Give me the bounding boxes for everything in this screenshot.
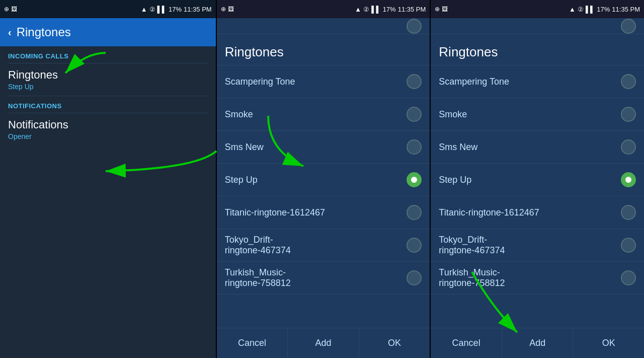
notifications-section-header: NOTIFICATIONS xyxy=(0,96,216,113)
radio-btn-partial-3[interactable] xyxy=(621,19,636,34)
ringtone-3-name-5: Titanic-ringtone-1612467 xyxy=(439,207,539,218)
radio-btn-3[interactable] xyxy=(407,139,422,155)
usb-icon-3: ⊕ xyxy=(435,6,440,13)
radio-btn-5[interactable] xyxy=(407,205,422,220)
ok-button-3[interactable]: OK xyxy=(573,328,644,358)
ringtone-3-name-7: Turkish_Music-ringtone-758812 xyxy=(439,267,505,289)
ringtone-name-1: Scampering Tone xyxy=(225,77,295,87)
ringtones-setting-item[interactable]: Ringtones Step Up xyxy=(0,63,216,96)
incoming-calls-section-header: INCOMING CALLS xyxy=(0,46,216,63)
notifications-setting-item[interactable]: Notifications Opener xyxy=(0,113,216,146)
ringtone-3-name-1: Scampering Tone xyxy=(439,77,509,87)
ringtones-item-title: Ringtones xyxy=(8,68,208,82)
radio-btn-partial[interactable] xyxy=(407,19,422,34)
ringtones-header: ‹ Ringtones xyxy=(0,18,216,46)
ok-button-2[interactable]: OK xyxy=(359,328,430,358)
list-item[interactable]: Turkish_Music-ringtone-758812 xyxy=(217,262,430,295)
notifications-item-subtitle: Opener xyxy=(8,132,208,140)
list-item[interactable]: Step Up xyxy=(217,164,430,196)
status-bar-3: ⊕ 🖼 ▲ ② ▌▌ 17% 11:35 PM xyxy=(431,0,644,18)
radio-btn-1[interactable] xyxy=(407,74,422,89)
ringtone-panel-3-header: Ringtones xyxy=(431,34,644,65)
wifi-icon-2: ▲ xyxy=(355,6,361,13)
status-left-3: ⊕ 🖼 xyxy=(435,6,448,13)
wifi-icon: ▲ xyxy=(141,6,147,13)
list-item[interactable]: Step Up xyxy=(431,164,644,196)
usb-icon-2: ⊕ xyxy=(221,6,226,13)
list-item[interactable]: Scampering Tone xyxy=(217,65,430,98)
status-left-2: ⊕ 🖼 xyxy=(221,6,234,13)
list-item[interactable]: Tokyo_Drift-ringtone-467374 xyxy=(217,229,430,262)
screenshot-icon-2: 🖼 xyxy=(228,6,234,13)
list-item[interactable]: Scampering Tone xyxy=(431,65,644,98)
list-item[interactable]: Turkish_Music-ringtone-758812 xyxy=(431,262,644,295)
page-title: Ringtones xyxy=(17,25,71,39)
ringtone-list-2: Scampering Tone Smoke Sms New Step Up Ti… xyxy=(217,65,430,328)
ringtone-footer-3: Cancel Add OK xyxy=(431,328,644,358)
ringtone-3-name-6: Tokyo_Drift-ringtone-467374 xyxy=(439,235,505,256)
status-bar-2: ⊕ 🖼 ▲ ② ▌▌ 17% 11:35 PM xyxy=(217,0,430,18)
ringtone-name-3: Sms New xyxy=(225,142,264,153)
ringtone-panel-2-header: Ringtones xyxy=(217,34,430,65)
add-button-3[interactable]: Add xyxy=(502,328,574,358)
settings-panel: ⊕ 🖼 ▲ ② ▌▌ 17% 11:35 PM ‹ Ringtones INCO… xyxy=(0,0,216,358)
radio-btn-4-selected[interactable] xyxy=(407,172,422,187)
radio-btn-6[interactable] xyxy=(407,238,422,253)
radio-3-btn-7[interactable] xyxy=(621,270,636,285)
cancel-button-3[interactable]: Cancel xyxy=(431,328,502,358)
radio-3-btn-5[interactable] xyxy=(621,205,636,220)
battery-text-2: 17% xyxy=(383,6,396,13)
ringtone-name-4: Step Up xyxy=(225,175,258,185)
status-left-1: ⊕ 🖼 xyxy=(4,6,17,13)
list-item[interactable]: Titanic-ringtone-1612467 xyxy=(431,196,644,229)
list-item[interactable]: Sms New xyxy=(431,131,644,164)
radio-3-btn-1[interactable] xyxy=(621,74,636,89)
ringtone-name-7: Turkish_Music-ringtone-758812 xyxy=(225,267,291,289)
sim-icon: ② xyxy=(149,6,155,13)
sim-icon-3: ② xyxy=(578,6,584,13)
ringtone-3-name-4: Step Up xyxy=(439,175,471,185)
ringtone-list-3: Scampering Tone Smoke Sms New Step Up Ti… xyxy=(431,65,644,328)
list-item[interactable]: Sms New xyxy=(217,131,430,164)
signal-icon-2: ▌▌ xyxy=(371,6,380,13)
notifications-item-title: Notifications xyxy=(8,118,208,131)
radio-3-btn-2[interactable] xyxy=(621,107,636,122)
time-display-3: 11:35 PM xyxy=(612,6,640,13)
status-bar-1: ⊕ 🖼 ▲ ② ▌▌ 17% 11:35 PM xyxy=(0,0,216,18)
ringtone-picker-panel-3: ⊕ 🖼 ▲ ② ▌▌ 17% 11:35 PM Ringtones Scampe… xyxy=(431,0,644,358)
sim-icon-2: ② xyxy=(363,6,369,13)
ringtone-item-partial-3 xyxy=(431,18,644,34)
settings-content: INCOMING CALLS Ringtones Step Up NOTIFIC… xyxy=(0,46,216,358)
list-item[interactable]: Smoke xyxy=(431,98,644,131)
status-right-2: ▲ ② ▌▌ 17% 11:35 PM xyxy=(355,6,426,13)
battery-text-3: 17% xyxy=(597,6,610,13)
usb-icon: ⊕ xyxy=(4,6,9,13)
signal-icon: ▌▌ xyxy=(157,6,167,13)
screenshot-icon: 🖼 xyxy=(11,6,17,13)
ringtone-3-name-3: Sms New xyxy=(439,142,477,153)
radio-btn-7[interactable] xyxy=(407,270,422,285)
radio-3-btn-4-selected[interactable] xyxy=(621,172,636,187)
battery-text: 17% xyxy=(169,6,182,13)
ringtone-footer-2: Cancel Add OK xyxy=(217,328,430,358)
radio-3-btn-6[interactable] xyxy=(621,238,636,253)
back-arrow-icon[interactable]: ‹ xyxy=(8,27,12,38)
wifi-icon-3: ▲ xyxy=(569,6,576,13)
time-display-2: 11:35 PM xyxy=(398,6,426,13)
ringtone-name-2: Smoke xyxy=(225,109,253,120)
ringtones-item-subtitle: Step Up xyxy=(8,83,208,91)
ringtone-name-5: Titanic-ringtone-1612467 xyxy=(225,207,325,218)
list-item[interactable]: Smoke xyxy=(217,98,430,131)
add-button-2[interactable]: Add xyxy=(288,328,359,358)
screenshot-icon-3: 🖼 xyxy=(442,6,448,13)
cancel-button-2[interactable]: Cancel xyxy=(217,328,288,358)
status-right-1: ▲ ② ▌▌ 17% 11:35 PM xyxy=(141,6,212,13)
list-item[interactable]: Tokyo_Drift-ringtone-467374 xyxy=(431,229,644,262)
status-right-3: ▲ ② ▌▌ 17% 11:35 PM xyxy=(569,6,640,13)
ringtone-item-partial xyxy=(217,18,430,34)
radio-3-btn-3[interactable] xyxy=(621,139,636,155)
list-item[interactable]: Titanic-ringtone-1612467 xyxy=(217,196,430,229)
radio-btn-2[interactable] xyxy=(407,107,422,122)
signal-icon-3: ▌▌ xyxy=(586,6,595,13)
ringtone-picker-panel-2: ⊕ 🖼 ▲ ② ▌▌ 17% 11:35 PM Ringtones Scampe… xyxy=(217,0,430,358)
